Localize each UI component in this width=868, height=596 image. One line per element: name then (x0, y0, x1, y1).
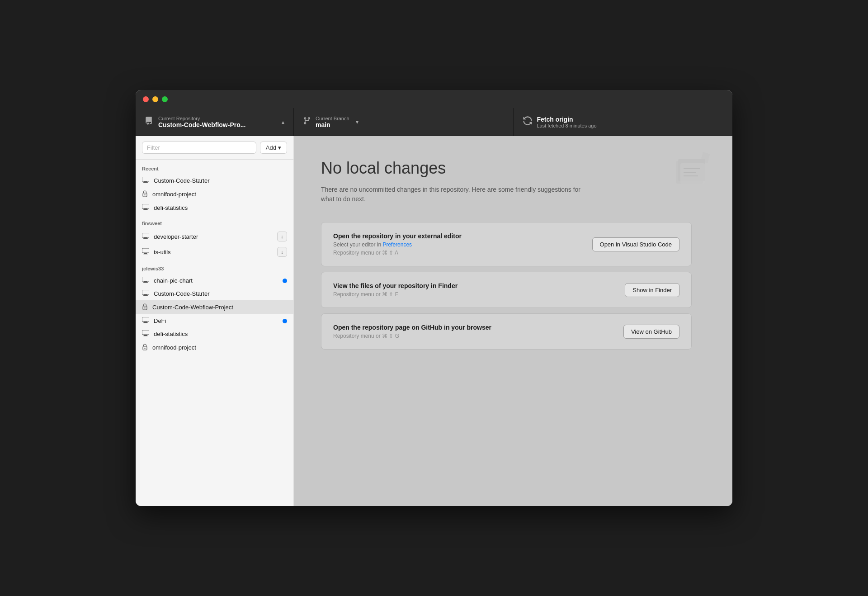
svg-rect-13 (143, 254, 148, 254)
repo-name: Custom-Code-Webflow-Pro... (158, 121, 245, 128)
traffic-lights (143, 96, 168, 102)
sidebar-item-custom-code-webflow-project[interactable]: Custom-Code-Webflow-Project (136, 300, 293, 314)
minimize-button[interactable] (152, 96, 158, 102)
svg-rect-23 (144, 322, 147, 322)
section-label-finsweet: finsweet (136, 214, 293, 229)
unsynced-badge (283, 319, 287, 323)
branch-text: Current Branch main (316, 116, 349, 128)
svg-rect-19 (143, 295, 148, 296)
sidebar-item-name: defi-statistics (154, 204, 287, 211)
monitor-icon (142, 317, 149, 325)
repo-text: Current Repository Custom-Code-Webflow-P… (158, 116, 245, 128)
suggestion-info: Open the repository page on GitHub in yo… (333, 324, 623, 339)
sidebar-item-name: ts-utils (154, 249, 273, 255)
branch-label: Current Branch (316, 116, 349, 121)
monitor-icon (142, 330, 149, 338)
monitor-icon (142, 233, 149, 241)
svg-rect-1 (144, 181, 147, 182)
maximize-button[interactable] (162, 96, 168, 102)
fetch-subtitle: Last fetched 8 minutes ago (537, 123, 597, 128)
repo-chevron-icon: ▴ (282, 119, 284, 125)
lock-icon (142, 343, 148, 352)
filter-input[interactable] (142, 142, 256, 154)
suggestion-card-github: Open the repository page on GitHub in yo… (321, 313, 692, 350)
sidebar-item-custom-code-starter-jcl[interactable]: Custom-Code-Starter (136, 287, 293, 300)
close-button[interactable] (143, 96, 149, 102)
monitor-icon (142, 248, 149, 256)
unsynced-badge (283, 279, 287, 283)
suggestion-card-editor: Open the repository in your external edi… (321, 222, 692, 266)
titlebar (136, 90, 732, 108)
sidebar-item-defi[interactable]: DeFi (136, 314, 293, 327)
monitor-icon (142, 277, 149, 284)
view-on-github-button[interactable]: View on GitHub (623, 325, 679, 339)
svg-rect-24 (143, 322, 148, 323)
sidebar-item-ts-utils[interactable]: ts-utils ↓ (136, 244, 293, 260)
open-in-vscode-button[interactable]: Open in Visual Studio Code (592, 237, 679, 251)
svg-point-29 (144, 348, 145, 349)
add-button[interactable]: Add ▾ (260, 142, 287, 154)
sidebar-item-name: DeFi (154, 317, 278, 324)
svg-rect-27 (143, 336, 148, 336)
decorative-illustration (674, 150, 714, 192)
current-repo-section[interactable]: Current Repository Custom-Code-Webflow-P… (136, 108, 294, 136)
content-area: No local changes There are no uncommitte… (294, 136, 732, 506)
preferences-link[interactable]: Preferences (382, 241, 412, 248)
suggestion-card-finder: View the files of your repository in Fin… (321, 272, 692, 308)
fetch-icon (523, 116, 533, 128)
sidebar-item-name: defi-statistics (154, 331, 287, 337)
suggestion-meta: Select your editor in Preferences (333, 241, 592, 248)
svg-rect-7 (143, 209, 148, 210)
sidebar: Add ▾ Recent Custom-Code-Starter (136, 136, 294, 506)
fetch-origin-section[interactable]: Fetch origin Last fetched 8 minutes ago (514, 108, 733, 136)
section-label-recent: Recent (136, 160, 293, 174)
suggestion-info: View the files of your repository in Fin… (333, 282, 625, 298)
fetch-text: Fetch origin Last fetched 8 minutes ago (537, 116, 597, 128)
sidebar-item-omnifood-jcl[interactable]: omnifood-project (136, 341, 293, 355)
svg-rect-25 (142, 330, 149, 335)
sidebar-item-chain-pie-chart[interactable]: chain-pie-chart (136, 274, 293, 287)
svg-rect-14 (142, 277, 149, 281)
sidebar-repo-list: Recent Custom-Code-Starter omnifood-proj… (136, 160, 293, 506)
svg-rect-0 (142, 177, 149, 181)
svg-point-21 (144, 307, 145, 308)
svg-rect-12 (144, 253, 147, 254)
download-arrow-icon: ↓ (277, 232, 287, 241)
suggestion-shortcut: Repository menu or ⌘ ⇧ G (333, 333, 623, 339)
monitor-icon (142, 204, 149, 212)
svg-rect-5 (142, 204, 149, 208)
branch-name: main (316, 121, 349, 128)
sidebar-item-name: Custom-Code-Webflow-Project (152, 304, 287, 311)
svg-rect-16 (143, 282, 148, 283)
sidebar-filter-bar: Add ▾ (136, 136, 293, 160)
sidebar-item-omnifood-recent[interactable]: omnifood-project (136, 187, 293, 201)
suggestion-title: View the files of your repository in Fin… (333, 282, 625, 289)
sidebar-item-defi-statistics-jcl[interactable]: defi-statistics (136, 327, 293, 341)
sidebar-item-name: Custom-Code-Starter (154, 290, 287, 297)
suggestion-title: Open the repository page on GitHub in yo… (333, 324, 623, 331)
main-content: Add ▾ Recent Custom-Code-Starter (136, 136, 732, 506)
add-chevron-icon: ▾ (278, 144, 281, 151)
suggestion-shortcut: Repository menu or ⌘ ⇧ A (333, 250, 592, 256)
svg-point-4 (144, 194, 145, 195)
svg-rect-6 (144, 208, 147, 209)
svg-rect-22 (142, 317, 149, 322)
sidebar-item-defi-stats-recent[interactable]: defi-statistics (136, 201, 293, 214)
svg-rect-18 (144, 294, 147, 295)
download-arrow-icon: ↓ (277, 247, 287, 257)
svg-rect-26 (144, 335, 147, 336)
show-in-finder-button[interactable]: Show in Finder (625, 283, 679, 297)
svg-rect-8 (142, 233, 149, 237)
current-branch-section[interactable]: Current Branch main ▾ (294, 108, 514, 136)
svg-rect-9 (144, 237, 147, 238)
svg-rect-10 (143, 238, 148, 239)
sidebar-item-custom-code-starter-recent[interactable]: Custom-Code-Starter (136, 174, 293, 187)
app-window: Current Repository Custom-Code-Webflow-P… (136, 90, 732, 506)
sidebar-item-name: Custom-Code-Starter (154, 177, 287, 184)
sidebar-item-developer-starter[interactable]: developer-starter ↓ (136, 229, 293, 244)
svg-rect-15 (144, 281, 147, 282)
svg-rect-32 (680, 163, 705, 184)
suggestion-shortcut: Repository menu or ⌘ ⇧ F (333, 291, 625, 298)
branch-icon (303, 117, 311, 127)
sidebar-item-name: chain-pie-chart (154, 277, 278, 284)
